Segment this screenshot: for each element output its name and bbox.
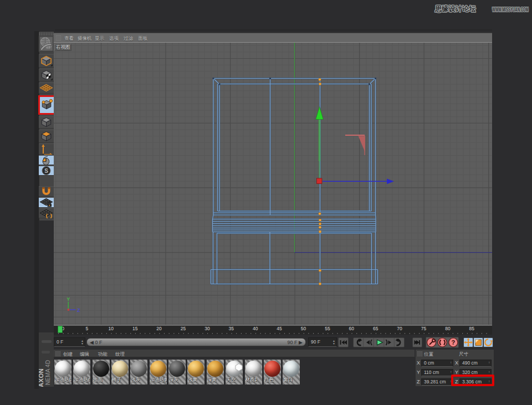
svg-text:?: ?	[452, 339, 456, 346]
svg-text:S: S	[44, 168, 48, 174]
svg-text:Z: Z	[77, 307, 80, 313]
svg-text:Y: Y	[66, 296, 70, 302]
